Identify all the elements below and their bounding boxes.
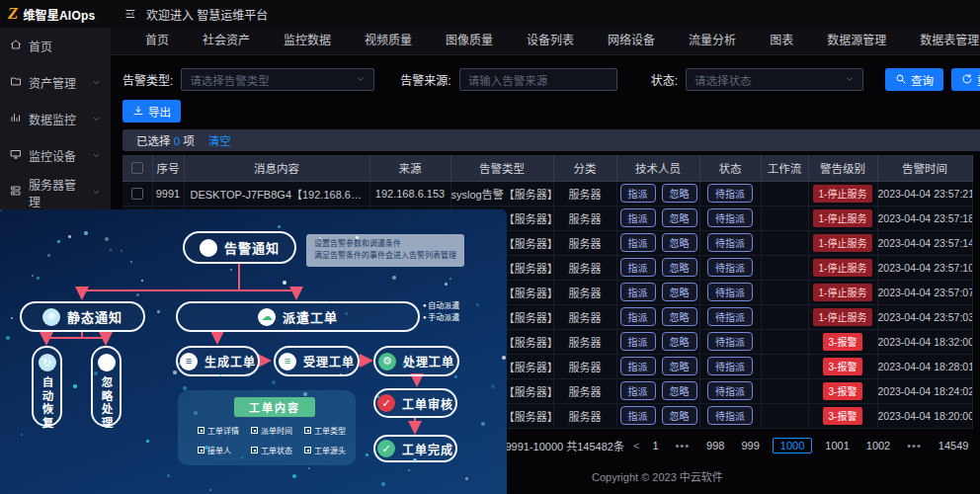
assign-button[interactable]: 指派 <box>620 381 656 400</box>
sidebar-item-数据监控[interactable]: 数据监控 <box>0 101 111 137</box>
status-badge[interactable]: 待指派 <box>707 283 753 301</box>
status-badge[interactable]: 待指派 <box>707 208 753 227</box>
level-badge: 3-报警 <box>823 358 863 375</box>
assign-button[interactable]: 指派 <box>620 283 656 301</box>
dispatch-order-node[interactable]: ☁ 派遣工单 <box>176 301 420 332</box>
search-button[interactable]: 查询 <box>885 68 943 91</box>
create-order-node[interactable]: ≡ 生成工单 <box>176 346 260 376</box>
tab-设备列表[interactable]: 设备列表 <box>510 28 591 55</box>
review-order-node[interactable]: ✓ 工单审核 <box>373 388 457 418</box>
accept-order-node[interactable]: ≡ 受理工单 <box>274 346 360 376</box>
sidebar-item-监控设备[interactable]: 监控设备 <box>0 137 111 174</box>
status-badge[interactable]: 待指派 <box>707 357 753 375</box>
ignore-button[interactable]: 忽略 <box>662 332 697 351</box>
status-badge[interactable]: 待指派 <box>707 406 753 425</box>
page-number-1001[interactable]: 1001 <box>821 439 853 453</box>
ignore-button[interactable]: 忽略 <box>662 381 697 400</box>
row-checkbox[interactable] <box>131 188 143 200</box>
tab-首页[interactable]: 首页 <box>128 28 186 55</box>
assign-button[interactable]: 指派 <box>620 184 656 203</box>
assign-button[interactable]: 指派 <box>620 258 656 277</box>
reset-button[interactable]: 重置 <box>951 68 980 91</box>
tab-流量分析[interactable]: 流量分析 <box>672 28 753 55</box>
category-cell: 服务器 <box>553 206 616 230</box>
assign-button[interactable]: 指派 <box>620 357 656 375</box>
select-all-checkbox[interactable] <box>131 162 143 174</box>
auto-recover-node[interactable]: ↻ 自动恢复 <box>32 346 62 427</box>
ignore-button[interactable]: 忽略 <box>662 184 697 203</box>
tab-社会资产[interactable]: 社会资产 <box>186 28 267 55</box>
star-dot <box>445 283 448 286</box>
alarm-type-select[interactable]: 请选择告警类型 <box>181 68 374 91</box>
ignore-button[interactable]: 忽略 <box>662 208 697 227</box>
star-dot <box>141 280 143 282</box>
tab-监控数据[interactable]: 监控数据 <box>267 28 348 55</box>
actions-cell: 指派忽略 <box>616 206 699 230</box>
tab-图表[interactable]: 图表 <box>753 28 810 55</box>
workflow-cell <box>761 280 808 304</box>
star-dot <box>21 434 23 436</box>
status-badge[interactable]: 待指派 <box>707 332 753 351</box>
sidebar-item-服务器管理[interactable]: 服务器管理 <box>0 174 111 210</box>
status-badge[interactable]: 待指派 <box>707 258 753 277</box>
ignore-button[interactable]: 忽略 <box>662 307 697 326</box>
ignore-button[interactable]: 忽略 <box>662 283 697 301</box>
status-badge[interactable]: 待指派 <box>707 381 753 400</box>
clear-selection-link[interactable]: 清空 <box>208 132 231 148</box>
ignore-button[interactable]: 忽略 <box>662 258 697 277</box>
page-number-1[interactable]: 1 <box>648 439 662 453</box>
tab-网络设备[interactable]: 网络设备 <box>591 28 672 55</box>
page-number-998[interactable]: 998 <box>702 439 728 453</box>
page-number-1000[interactable]: 1000 <box>773 438 812 453</box>
tab-图像质量[interactable]: 图像质量 <box>429 28 510 55</box>
ignore-handle-node[interactable]: 忽略处理 <box>91 346 122 427</box>
alarm-notice-node[interactable]: 告警通知 <box>183 231 296 264</box>
star-dot <box>439 312 441 314</box>
level-badge: 1-停止服务 <box>813 259 873 277</box>
status-badge[interactable]: 待指派 <box>707 184 753 203</box>
process-order-node[interactable]: ⚙ 处理工单 <box>373 346 459 376</box>
star-dot <box>413 458 417 462</box>
star-dot <box>241 456 243 458</box>
cloud-icon: ☁ <box>258 308 276 326</box>
page-number-14549[interactable]: 14549 <box>935 439 973 453</box>
workflow-cell <box>761 255 808 280</box>
sidebar-item-label: 数据监控 <box>29 111 76 127</box>
star-dot <box>0 209 2 211</box>
status-badge[interactable]: 待指派 <box>707 307 753 326</box>
assign-button[interactable]: 指派 <box>620 307 656 326</box>
ignore-button[interactable]: 忽略 <box>662 406 697 425</box>
ignore-button[interactable]: 忽略 <box>662 357 697 375</box>
page-number-1002[interactable]: 1002 <box>862 439 894 453</box>
assign-button[interactable]: 指派 <box>620 332 656 351</box>
tab-数据表管理[interactable]: 数据表管理 <box>903 28 980 55</box>
star-dot <box>105 237 109 241</box>
level-badge: 1-停止服务 <box>813 308 873 326</box>
category-cell: 服务器 <box>553 304 616 329</box>
tab-视频质量[interactable]: 视频质量 <box>348 28 429 55</box>
assign-button[interactable]: 指派 <box>620 233 656 252</box>
star-dot <box>256 404 259 407</box>
alarm-type-placeholder: 请选择告警类型 <box>190 72 270 88</box>
ignore-button[interactable]: 忽略 <box>662 233 697 252</box>
status-badge[interactable]: 待指派 <box>707 233 753 252</box>
export-button[interactable]: 导出 <box>122 100 181 123</box>
monitor-icon <box>10 148 22 163</box>
app-logo[interactable]: Z 维智星AIOps <box>0 0 111 28</box>
tooltip-line2: 满足告警条件的事件会进入告警列表管理 <box>314 250 456 262</box>
static-notice-node[interactable]: ❄ 静态通知 <box>20 301 145 332</box>
sidebar-item-资产管理[interactable]: 资产管理 <box>0 64 111 101</box>
star-dot <box>278 225 281 228</box>
alarm-type-label: 告警类型: <box>122 71 173 88</box>
prev-page-button[interactable]: < <box>633 440 639 452</box>
order-field-工单源头: 工单源头 <box>304 445 358 455</box>
sidebar-item-label: 服务器管理 <box>29 176 85 209</box>
menu-fold-icon[interactable] <box>124 8 136 20</box>
status-select[interactable]: 请选择状态 <box>686 68 863 91</box>
sidebar-item-首页[interactable]: 首页 <box>0 28 111 64</box>
tab-数据源管理[interactable]: 数据源管理 <box>810 28 903 55</box>
page-number-999[interactable]: 999 <box>737 439 763 453</box>
alarm-source-input[interactable]: 请输入告警来源 <box>459 68 617 91</box>
assign-button[interactable]: 指派 <box>620 208 656 227</box>
assign-button[interactable]: 指派 <box>620 406 656 425</box>
